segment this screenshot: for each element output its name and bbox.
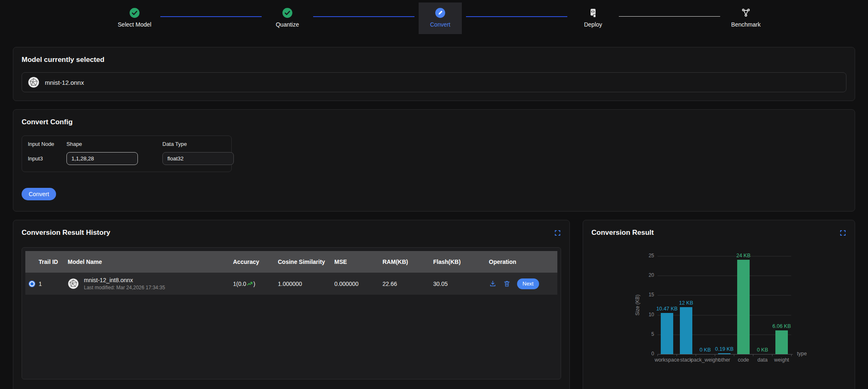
convert-pen-icon — [435, 7, 446, 18]
bar-value-label: 6.06 KB — [764, 323, 799, 329]
results-row: Conversion Result History Trail ID Model… — [13, 220, 855, 389]
gridline — [657, 295, 791, 295]
bar-value-label: 10.47 KB — [650, 306, 684, 312]
bar-value-label: 24 KB — [726, 253, 761, 259]
trend-up-icon — [247, 281, 253, 287]
axis-tick — [657, 354, 658, 356]
conversion-result-chart: Size (KB)051015202510.47 KBworkspace12 K… — [591, 240, 846, 377]
step-benchmark[interactable]: Benchmark — [724, 2, 767, 34]
step-label: Deploy — [584, 21, 602, 28]
col-operation: Operation — [489, 256, 557, 268]
step-quantize[interactable]: Quantize — [266, 2, 309, 34]
col-cosine-similarity: Cosine Similarity — [278, 256, 334, 268]
stepper-connector — [313, 16, 414, 17]
shape-column-label: Shape — [66, 141, 162, 152]
step-deploy[interactable]: Deploy — [571, 2, 615, 34]
download-icon[interactable] — [489, 280, 497, 288]
workflow-stepper: Select Model Quantize Convert Deploy Ben… — [0, 0, 868, 36]
chart-bar — [737, 260, 750, 354]
step-select-model[interactable]: Select Model — [113, 2, 156, 34]
convert-button[interactable]: Convert — [22, 188, 56, 200]
section-title: Model currently selected — [22, 56, 846, 64]
chart-bar — [661, 313, 673, 354]
axis-tick — [696, 354, 696, 356]
trash-icon[interactable] — [503, 280, 511, 288]
history-table: Trail ID Model Name Accuracy Cosine Simi… — [22, 247, 561, 379]
next-button[interactable]: Next — [517, 278, 539, 289]
selected-model-row[interactable]: mnist-12.onnx — [22, 72, 846, 92]
chart-bar — [718, 353, 731, 354]
history-table-header: Trail ID Model Name Accuracy Cosine Simi… — [25, 251, 557, 273]
bar-value-label: 12 KB — [669, 300, 704, 306]
gridline — [657, 256, 791, 256]
bar-value-label: 0.19 KB — [707, 346, 742, 352]
expand-fullscreen-icon[interactable] — [839, 229, 846, 236]
stepper-connector — [619, 16, 720, 17]
x-tick-label: weight — [757, 357, 807, 363]
y-tick-label: 25 — [640, 253, 654, 259]
section-title: Convert Config — [22, 118, 846, 126]
shape-input[interactable] — [66, 152, 138, 165]
cell-trail-id: 1 — [39, 278, 68, 290]
benchmark-graph-icon — [740, 7, 751, 18]
step-label: Convert — [430, 21, 450, 28]
axis-tick — [734, 354, 734, 356]
onnx-logo-icon — [28, 76, 39, 88]
deploy-file-icon — [588, 7, 598, 18]
step-label: Quantize — [276, 21, 299, 28]
y-tick-label: 20 — [640, 272, 654, 278]
axis-tick — [677, 354, 677, 356]
step-label: Benchmark — [731, 21, 761, 28]
convert-config-card: Convert Config Input Node Shape Data Typ… — [13, 109, 855, 212]
check-circle-icon — [282, 7, 293, 18]
cell-model-name: mnist-12_int8.onnx — [84, 277, 165, 283]
y-tick-label: 0 — [640, 351, 654, 357]
y-axis-label: Size (KB) — [635, 295, 640, 316]
input-node-column-label: Input Node — [28, 141, 66, 152]
onnx-logo-icon — [68, 278, 79, 289]
data-type-column-label: Data Type — [162, 141, 234, 152]
col-model-name: Model Name — [68, 256, 233, 268]
x-axis-line — [657, 354, 793, 355]
col-mse: MSE — [334, 256, 383, 268]
stepper-connector — [160, 16, 262, 17]
section-title: Conversion Result — [591, 229, 654, 237]
cell-mse: 0.000000 — [334, 278, 383, 290]
data-type-input[interactable] — [162, 152, 234, 165]
step-label: Select Model — [118, 21, 152, 28]
expand-fullscreen-icon[interactable] — [554, 229, 561, 236]
cell-flash: 30.05 — [433, 278, 489, 290]
chart-bar — [775, 330, 788, 354]
y-tick-label: 15 — [640, 292, 654, 298]
step-convert[interactable]: Convert — [419, 2, 462, 34]
stepper-connector — [466, 16, 567, 17]
gridline — [657, 315, 791, 315]
bar-value-label: 0 KB — [745, 347, 780, 353]
cell-last-modified: Last modified: Mar 24,2026 17:34:35 — [84, 285, 165, 291]
axis-tick — [715, 354, 715, 356]
x-axis-name: type — [797, 351, 807, 357]
col-trail-id: Trail ID — [39, 256, 68, 268]
axis-tick — [753, 354, 753, 356]
axis-tick — [791, 354, 792, 356]
selected-model-name: mnist-12.onnx — [45, 79, 84, 86]
gridline — [657, 276, 791, 276]
input-node-value: Input3 — [28, 155, 66, 162]
cell-cosine-similarity: 1.000000 — [278, 278, 334, 290]
col-flash: Flash(KB) — [433, 256, 489, 268]
model-selected-card: Model currently selected mnist-12.onnx — [13, 47, 855, 101]
conversion-result-history-panel: Conversion Result History Trail ID Model… — [13, 220, 570, 389]
row-radio-selected[interactable] — [29, 281, 35, 287]
cell-ram: 22.66 — [383, 278, 433, 290]
axis-tick — [772, 354, 772, 356]
col-accuracy: Accuracy — [233, 256, 278, 268]
section-title: Conversion Result History — [22, 229, 110, 237]
table-row: 1 mnist-12_int8.onnx Last modified: Mar … — [25, 273, 557, 295]
y-tick-label: 10 — [640, 312, 654, 318]
cell-accuracy: 1(0.0 ) — [233, 281, 274, 287]
y-tick-label: 5 — [640, 331, 654, 337]
conversion-result-panel: Conversion Result Size (KB)051015202510.… — [583, 220, 855, 389]
check-circle-icon — [129, 7, 140, 18]
col-ram: RAM(KB) — [383, 256, 433, 268]
gridline — [657, 335, 791, 335]
